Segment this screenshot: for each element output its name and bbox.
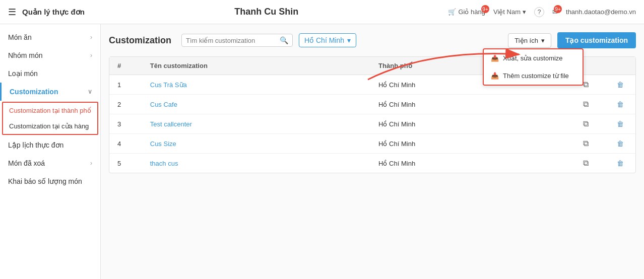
sidebar-item-customization[interactable]: Customization ∨ <box>0 83 100 101</box>
cell-delete[interactable]: 🗑 <box>605 154 635 173</box>
copy-icon[interactable]: ⧉ <box>583 139 589 148</box>
sidebar-item-nhom-mon[interactable]: Nhóm món › <box>0 46 100 64</box>
search-input[interactable] <box>186 37 277 44</box>
header-title: Thanh Cu Shin <box>234 7 298 17</box>
header-right: 🛒 Giỏ hàng 9+ Việt Nam ▾ ? ✉ 9+ thanh.da… <box>448 7 636 17</box>
delete-icon[interactable]: 🗑 <box>617 100 624 108</box>
notification-icon[interactable]: ✉ 9+ <box>552 8 558 16</box>
city-filter-dropdown[interactable]: Hồ Chí Minh ▾ <box>299 33 356 47</box>
cell-delete[interactable]: 🗑 <box>605 114 635 134</box>
cell-num: 3 <box>109 114 142 134</box>
copy-icon[interactable]: ⧉ <box>583 119 589 128</box>
cell-city: Hồ Chí Minh <box>370 114 566 134</box>
col-header-delete <box>605 57 635 75</box>
section-title: Customization <box>109 35 171 46</box>
search-icon[interactable]: 🔍 <box>280 36 288 44</box>
table-row: 2 Cus Cafe Hồ Chí Minh ⧉ 🗑 <box>109 95 635 114</box>
cell-city: Hồ Chí Minh <box>370 95 566 114</box>
menu-icon[interactable]: ☰ <box>8 7 16 18</box>
chevron-down-icon: ∨ <box>88 88 92 95</box>
user-email[interactable]: thanh.daotao@demo.vn <box>566 8 636 16</box>
chevron-down-icon: ▾ <box>541 37 545 44</box>
sidebar-sub-customization-store[interactable]: Customization tại cửa hàng <box>3 118 97 134</box>
download-icon: 📥 <box>491 72 499 80</box>
cell-copy[interactable]: ⧉ <box>566 154 606 173</box>
toolbar: Customization 🔍 Hồ Chí Minh ▾ Tiện ích ▾… <box>109 32 636 48</box>
chevron-right-icon: › <box>90 160 92 167</box>
sidebar-item-khai-bao[interactable]: Khai báo số lượng món <box>0 172 100 190</box>
upload-icon: 📤 <box>491 54 499 62</box>
tien-ich-button[interactable]: Tiện ích ▾ <box>508 33 551 48</box>
cell-name[interactable]: Test callcenter <box>142 114 370 134</box>
cart-area[interactable]: 🛒 Giỏ hàng 9+ <box>448 8 485 16</box>
cell-name[interactable]: Cus Size <box>142 134 370 154</box>
help-icon[interactable]: ? <box>534 7 544 17</box>
sidebar-item-mon-an[interactable]: Món ăn › <box>0 28 100 46</box>
table-row: 4 Cus Size Hồ Chí Minh ⧉ 🗑 <box>109 134 635 154</box>
chevron-down-icon: ▾ <box>523 8 526 16</box>
search-box: 🔍 <box>181 34 293 47</box>
tien-ich-label: Tiện ích <box>514 37 538 44</box>
delete-icon[interactable]: 🗑 <box>617 159 624 167</box>
delete-icon[interactable]: 🗑 <box>617 81 624 89</box>
col-header-num: # <box>109 57 142 75</box>
table-row: 5 thach cus Hồ Chí Minh ⧉ 🗑 <box>109 154 635 173</box>
cell-copy[interactable]: ⧉ <box>566 95 606 114</box>
chevron-down-icon: ▾ <box>347 36 351 44</box>
header: ☰ Quản lý thực đơn Thanh Cu Shin 🛒 Giỏ h… <box>0 0 644 24</box>
cell-city: Hồ Chí Minh <box>370 134 566 154</box>
customization-submenu: Customization tại thành phố Customizatio… <box>2 102 98 135</box>
sidebar: Món ăn › Nhóm món › Loại món Customizati… <box>0 24 101 279</box>
main-content: Customization 🔍 Hồ Chí Minh ▾ Tiện ích ▾… <box>101 24 644 279</box>
chevron-right-icon: › <box>90 34 92 41</box>
layout: Món ăn › Nhóm món › Loại món Customizati… <box>0 24 644 279</box>
col-header-name: Tên customization <box>142 57 370 75</box>
region-selector[interactable]: Việt Nam ▾ <box>493 8 526 16</box>
cell-city: Hồ Chí Minh <box>370 154 566 173</box>
cart-badge: 9+ <box>481 5 489 13</box>
header-left: ☰ Quản lý thực đơn <box>8 7 85 18</box>
dropdown-xuat-sua[interactable]: 📤 Xuất, sửa customize <box>484 49 583 67</box>
delete-icon[interactable]: 🗑 <box>617 140 624 148</box>
dropdown-them-file[interactable]: 📥 Thêm customize từ file <box>484 67 583 85</box>
app-name: Quản lý thực đơn <box>22 8 85 17</box>
cell-copy[interactable]: ⧉ <box>566 134 606 154</box>
sidebar-item-mon-xoa[interactable]: Món đã xoá › <box>0 154 100 172</box>
cell-delete[interactable]: 🗑 <box>605 134 635 154</box>
city-label: Hồ Chí Minh <box>304 36 344 44</box>
cell-num: 1 <box>109 75 142 95</box>
tien-ich-dropdown-popup: 📤 Xuất, sửa customize 📥 Thêm customize t… <box>483 48 584 86</box>
cell-name[interactable]: Cus Cafe <box>142 95 370 114</box>
cell-delete[interactable]: 🗑 <box>605 75 635 95</box>
copy-icon[interactable]: ⧉ <box>583 100 589 108</box>
delete-icon[interactable]: 🗑 <box>617 120 624 128</box>
sidebar-item-lap-lich[interactable]: Lập lịch thực đơn <box>0 136 100 154</box>
cell-num: 2 <box>109 95 142 114</box>
cell-num: 5 <box>109 154 142 173</box>
cell-copy[interactable]: ⧉ <box>566 114 606 134</box>
sidebar-item-loai-mon[interactable]: Loại món <box>0 64 100 83</box>
cell-name[interactable]: thach cus <box>142 154 370 173</box>
create-customization-button[interactable]: Tạo customization <box>557 32 636 48</box>
copy-icon[interactable]: ⧉ <box>583 80 589 89</box>
cell-name[interactable]: Cus Trà Sữa <box>142 75 370 95</box>
copy-icon[interactable]: ⧉ <box>583 159 589 167</box>
chevron-right-icon: › <box>90 52 92 59</box>
sidebar-sub-customization-city[interactable]: Customization tại thành phố <box>3 103 97 118</box>
cell-delete[interactable]: 🗑 <box>605 95 635 114</box>
cell-num: 4 <box>109 134 142 154</box>
table-row: 3 Test callcenter Hồ Chí Minh ⧉ 🗑 <box>109 114 635 134</box>
